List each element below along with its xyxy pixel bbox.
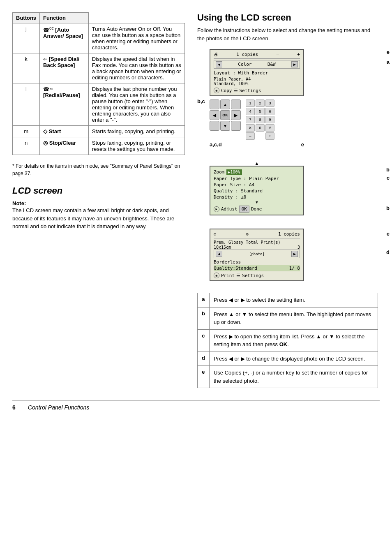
borderless-row: Borderless [214, 259, 300, 265]
paper-type-row: Paper Type : Plain Paper [214, 176, 300, 182]
settings-icon: ☰ [234, 88, 238, 93]
num-pad: 1 2 3 4 5 6 7 8 9 ✕ 0 # – + [246, 99, 274, 140]
table-row: m ◇ Start Starts faxing, copying, and pr… [13, 126, 185, 137]
start-label: ◇ Start [43, 128, 61, 134]
row-id-n: n [13, 137, 40, 155]
keypad-area: ▲ ◀ OK ▶ ▼ 1 2 3 4 5 [210, 99, 378, 140]
key-minus[interactable]: – [246, 132, 255, 140]
table-row: n ◎ Stop/Clear Stops faxing, copying, pr… [13, 137, 185, 155]
print-lcd-screen: ⊖ ⊕ 1 copies Prem. Glossy Total Print(s)… [210, 229, 304, 281]
film-type-row: Prem. Glossy Total Print(s) [214, 240, 300, 245]
photo-row: ◀ [photo] ▶ [214, 250, 300, 258]
page-footer: 6 Control Panel Functions [12, 400, 380, 411]
settings-button-label[interactable]: Settings [240, 88, 261, 93]
nav-left[interactable]: ◀ [210, 110, 219, 120]
label-c-zoom: c [387, 175, 390, 181]
size-row: 10x15cm 3 [214, 245, 300, 250]
row-button-n: ◎ Stop/Clear [40, 137, 89, 155]
paper-row: Plain Paper, A4 Standard, 100% [214, 76, 300, 86]
adjust-btn-bar: ▶ Adjust OK Done [214, 206, 300, 213]
done-button[interactable]: Done [251, 206, 262, 212]
copies-plus-btn: + [297, 52, 300, 57]
right-arrow-btn[interactable]: ▶ [291, 61, 298, 67]
color-row: ◀ Color B&W ▶ [214, 60, 300, 69]
photo-left-btn[interactable]: ◀ [216, 251, 222, 257]
nav-right[interactable]: ▶ [231, 110, 241, 120]
zoom-row: Zoom ▶100% [214, 169, 300, 176]
key-5[interactable]: 5 [256, 108, 265, 115]
copies-value: 1 copies [236, 52, 258, 57]
key-3[interactable]: 3 [265, 99, 274, 107]
using-lcd-title: Using the LCD screen [197, 12, 378, 23]
key-9[interactable]: 9 [265, 116, 274, 123]
key-4[interactable]: 4 [246, 108, 255, 115]
note-label: Note: [12, 200, 26, 206]
legend-desc-d: Press ◀ or ▶ to change the displayed pho… [209, 352, 378, 366]
zoom-screen-diagram: ▲ Zoom ▶100% Paper Type : Plain Paper Pa… [197, 161, 378, 215]
plus-circle: ⊕ [246, 231, 249, 237]
up-arrow-indicator: ▲ [210, 161, 304, 166]
table-row: j ☎oc [Auto Answer/ Space] Turns Auto An… [13, 23, 185, 53]
key-0[interactable]: 0 [256, 124, 265, 132]
left-arrow-btn[interactable]: ◀ [216, 61, 222, 67]
label-e-keypad: e [301, 141, 304, 148]
row-function-m: Starts faxing, copying, and printing. [88, 126, 184, 137]
redial-label: [Redial/Pause] [43, 92, 80, 98]
label-acd: a,c,d [210, 141, 222, 148]
legend-row-d: d Press ◀ or ▶ to change the displayed p… [198, 352, 378, 366]
photo-right-btn[interactable]: ▶ [291, 251, 298, 257]
copy-lcd-screen: 🖨 1 copies – + ◀ Color B&W ▶ Layout : Wi… [210, 49, 304, 96]
nav-empty-bl [210, 121, 219, 131]
key-hash[interactable]: # [265, 124, 274, 132]
ok-button[interactable]: OK [239, 206, 249, 213]
nav-up[interactable]: ▲ [220, 99, 230, 109]
adjust-circle-icon: ▶ [214, 206, 219, 212]
zoom-label: Zoom [214, 169, 225, 175]
nav-ok[interactable]: OK [220, 110, 230, 120]
label-e-print: e [387, 231, 390, 237]
right-column: Using the LCD screen Follow the instruct… [197, 12, 378, 388]
label-a-copy: a [387, 59, 390, 65]
adjust-button[interactable]: Adjust [221, 206, 238, 212]
quality-line: Standard, 100% [214, 81, 300, 86]
label-d-print: d [386, 249, 390, 255]
key-star[interactable]: ✕ [246, 124, 255, 132]
row-function-l: Displays the last phone number you diale… [88, 83, 184, 126]
left-column: Buttons Function j ☎oc [Auto Answer/ Spa… [12, 12, 185, 231]
nav-empty-tl [210, 99, 219, 109]
density-row: Density : ±0 [214, 194, 300, 200]
key-1[interactable]: 1 [246, 99, 255, 107]
nav-cross: ▲ ◀ OK ▶ ▼ [210, 99, 241, 140]
legend-id-a: a [198, 293, 210, 308]
page-chapter: Control Panel Functions [28, 404, 89, 411]
row-function-n: Stops faxing, copying, printing, or rese… [88, 137, 184, 155]
key-plus[interactable]: + [265, 132, 274, 140]
key-7[interactable]: 7 [246, 116, 255, 123]
print-screen-diagram: ⊖ ⊕ 1 copies Prem. Glossy Total Print(s)… [197, 229, 378, 281]
label-b-zoom: b [386, 166, 390, 173]
nav-down[interactable]: ▼ [220, 121, 230, 131]
buttons-table: Buttons Function j ☎oc [Auto Answer/ Spa… [12, 12, 185, 155]
print-button[interactable]: Print [221, 273, 235, 278]
speed-dial-icon: ⇐ [43, 56, 47, 62]
layout-value: : With Border [233, 70, 268, 76]
row-button-k: ⇐ [Speed Dial/ Back Space] [40, 53, 89, 83]
key-2[interactable]: 2 [256, 99, 265, 107]
legend-id-c: c [198, 329, 210, 352]
legend-id-d: d [198, 352, 210, 366]
col-buttons: Buttons [13, 13, 40, 23]
color-label: Color [238, 62, 251, 67]
copy-button-label[interactable]: Copy [221, 88, 232, 93]
copy-screen-diagram: 🖨 1 copies – + ◀ Color B&W ▶ Layout : Wi… [197, 49, 378, 148]
zoom-value: ▶100% [226, 169, 242, 175]
key-6[interactable]: 6 [265, 108, 274, 115]
row-id-l: l [13, 83, 40, 126]
key-8[interactable]: 8 [256, 116, 265, 123]
copies-minus: – [276, 52, 279, 57]
label-b-zoom2: b [386, 205, 390, 211]
print-settings-button[interactable]: Settings [242, 273, 264, 278]
legend-desc-b: Press ▲ or ▼ to select the menu item. Th… [209, 307, 378, 329]
legend-desc-a: Press ◀ or ▶ to select the setting item. [209, 293, 378, 308]
section-intro: Follow the instructions below to select … [197, 26, 378, 42]
nav-empty-tr [231, 99, 241, 109]
